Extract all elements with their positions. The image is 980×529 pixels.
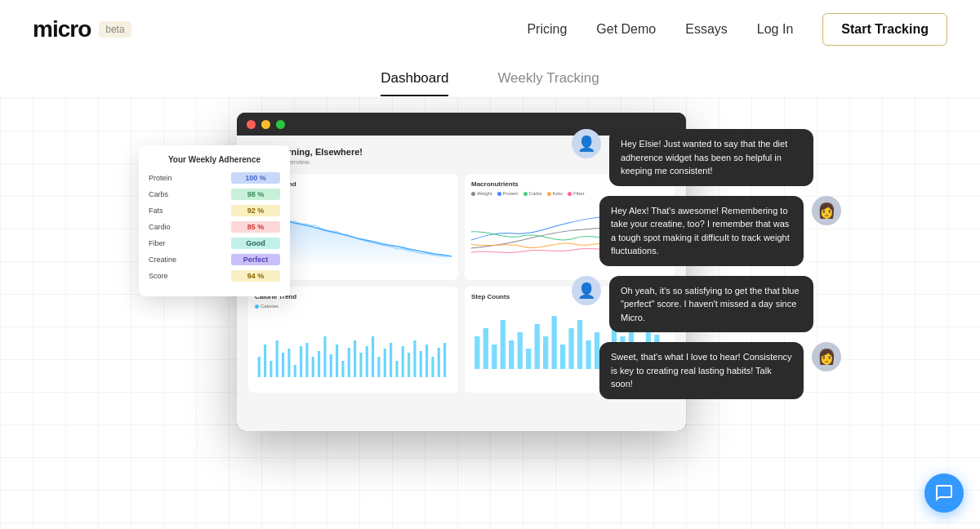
fats-value: 92 % [231, 205, 280, 216]
creatine-label: Creatine [149, 256, 194, 264]
start-tracking-button[interactable]: Start Tracking [822, 13, 947, 46]
tab-dashboard[interactable]: Dashboard [381, 70, 448, 96]
beta-badge: beta [99, 21, 131, 38]
adherence-row-carbs: Carbs 98 % [149, 189, 280, 200]
chat-bubble-3: Oh yeah, it's so satisfying to get the t… [609, 276, 813, 333]
svg-rect-35 [501, 320, 506, 369]
macro-carbs: Carbs [523, 191, 542, 196]
calorie-card: Calorie Trend Calories [248, 287, 458, 393]
adherence-row-score: Score 94 % [149, 270, 280, 282]
cardio-value: 85 % [231, 221, 280, 233]
macro-weight: Weight [471, 191, 492, 196]
chat-fab[interactable] [924, 473, 964, 513]
score-value: 94 % [231, 270, 280, 282]
calorie-bars [259, 336, 444, 377]
adherence-row-creatine: Creatine Perfect [149, 254, 280, 265]
mac-minimize-dot [261, 120, 270, 129]
adherence-row-protein: Protein 100 % [149, 172, 280, 184]
logo-area: micro beta [33, 16, 131, 42]
svg-rect-40 [543, 336, 548, 369]
nav-get-demo[interactable]: Get Demo [596, 22, 656, 37]
cardio-label: Cardio [149, 223, 194, 231]
mac-close-dot [247, 120, 256, 129]
calorie-legend: Calories [255, 304, 452, 309]
adherence-row-cardio: Cardio 85 % [149, 221, 280, 233]
fats-label: Fats [149, 207, 194, 215]
chat-bubble-2: Hey Alex! That's awesome! Remembering to… [599, 196, 804, 266]
dashboard-composite: Good morning, Elsewhere! Here's your ove… [139, 113, 841, 456]
protein-value: 100 % [231, 172, 280, 184]
svg-rect-36 [509, 340, 514, 369]
svg-rect-39 [535, 324, 540, 369]
chat-area: 👤 Hey Elsie! Just wanted to say that the… [572, 129, 841, 409]
calorie-chart-area [255, 312, 452, 377]
nav-pricing[interactable]: Pricing [527, 22, 567, 37]
avatar-2: 👩 [812, 196, 841, 225]
calorie-svg [255, 312, 452, 377]
avatar-3: 👤 [572, 276, 601, 305]
protein-label: Protein [149, 174, 194, 182]
svg-rect-33 [483, 328, 488, 369]
chat-msg-1: 👤 Hey Elsie! Just wanted to say that the… [572, 129, 841, 186]
fiber-value: Good [231, 238, 280, 249]
svg-rect-32 [474, 336, 479, 369]
score-label: Score [149, 272, 194, 280]
chat-bubble-1: Hey Elsie! Just wanted to say that the d… [609, 129, 813, 186]
tab-weekly-tracking[interactable]: Weekly Tracking [497, 70, 599, 96]
nav: Pricing Get Demo Essays Log In Start Tra… [527, 13, 947, 46]
logo: micro [33, 16, 91, 42]
svg-rect-41 [551, 316, 556, 369]
tabs-container: Dashboard Weekly Tracking [0, 59, 980, 96]
svg-rect-38 [526, 349, 531, 369]
main-content: Good morning, Elsewhere! Here's your ove… [0, 96, 980, 526]
svg-rect-42 [560, 345, 565, 369]
chat-msg-3: 👤 Oh yeah, it's so satisfying to get the… [572, 276, 841, 333]
avatar-1: 👤 [572, 129, 601, 158]
nav-log-in[interactable]: Log In [757, 22, 793, 37]
avatar-4: 👩 [812, 342, 841, 371]
header: micro beta Pricing Get Demo Essays Log I… [0, 0, 980, 59]
creatine-value: Perfect [231, 254, 280, 265]
carbs-value: 98 % [231, 189, 280, 200]
chat-fab-icon [934, 483, 954, 503]
nav-essays[interactable]: Essays [685, 22, 728, 37]
adherence-panel: Your Weekly Adherence Protein 100 % Carb… [139, 145, 290, 296]
macro-keto: Keto [547, 191, 563, 196]
macro-protein: Protein [497, 191, 519, 196]
carbs-label: Carbs [149, 190, 194, 198]
chat-bubble-4: Sweet, that's what I love to hear! Consi… [599, 342, 804, 399]
svg-rect-37 [518, 332, 523, 369]
adherence-title: Your Weekly Adherence [149, 155, 280, 164]
mac-maximize-dot [276, 120, 285, 129]
svg-rect-34 [492, 345, 497, 369]
adherence-row-fats: Fats 92 % [149, 205, 280, 216]
chat-msg-4: 👩 Sweet, that's what I love to hear! Con… [572, 342, 841, 399]
chat-msg-2: 👩 Hey Alex! That's awesome! Remembering … [572, 196, 841, 266]
adherence-row-fiber: Fiber Good [149, 238, 280, 249]
fiber-label: Fiber [149, 239, 194, 247]
calorie-legend-item: Calories [255, 304, 278, 309]
